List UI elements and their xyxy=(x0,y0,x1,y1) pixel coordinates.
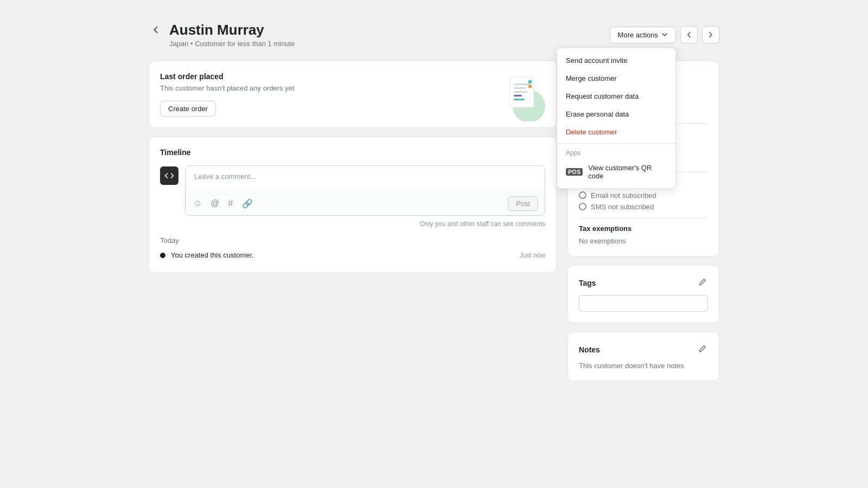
last-order-empty-text: This customer hasn't placed any orders y… xyxy=(160,84,294,92)
page-header: Austin Murray Japan • Customer for less … xyxy=(149,22,719,48)
comment-area: ☺ @ # 🔗 Post xyxy=(160,165,545,216)
dropdown-item-request-customer-data[interactable]: Request customer data xyxy=(557,87,675,105)
post-button[interactable]: Post xyxy=(508,196,538,211)
tags-card: Tags xyxy=(567,265,719,323)
svg-rect-6 xyxy=(514,99,525,100)
comment-hint: Only you and other staff can see comment… xyxy=(160,220,545,228)
dropdown-apps-label: Apps xyxy=(557,146,675,159)
title-block: Austin Murray Japan • Customer for less … xyxy=(169,22,295,48)
comment-input[interactable] xyxy=(186,166,545,190)
comment-box: ☺ @ # 🔗 Post xyxy=(185,165,545,216)
more-actions-dropdown: Send account invite Merge customer Reque… xyxy=(557,48,676,189)
marketing-sms: SMS not subscribed xyxy=(579,203,708,211)
timeline-date-label: Today xyxy=(160,236,545,245)
timeline-dot xyxy=(160,253,165,258)
notes-empty-text: This customer doesn't have notes xyxy=(579,362,708,370)
last-order-card: Last order placed This customer hasn't p… xyxy=(149,61,557,128)
dropdown-item-qr-code[interactable]: POS View customer's QR code xyxy=(557,159,675,185)
notes-header: Notes xyxy=(579,343,708,356)
order-illustration xyxy=(502,73,545,116)
svg-rect-5 xyxy=(514,95,522,97)
svg-rect-4 xyxy=(514,91,527,93)
comment-box-wrapper: ☺ @ # 🔗 Post xyxy=(185,165,545,216)
radio-sms xyxy=(579,203,586,210)
main-left: Last order placed This customer hasn't p… xyxy=(149,61,557,273)
create-order-button[interactable]: Create order xyxy=(160,101,216,117)
more-actions-button[interactable]: More actions xyxy=(610,27,676,43)
mention-icon[interactable]: @ xyxy=(209,197,220,210)
header-actions: More actions Send account invite xyxy=(610,26,719,43)
marketing-email: Email not subscribed xyxy=(579,191,708,200)
timeline-title: Timeline xyxy=(160,148,545,157)
dropdown-item-erase-personal-data[interactable]: Erase personal data xyxy=(557,105,675,123)
avatar xyxy=(160,166,178,185)
more-actions-label: More actions xyxy=(618,31,658,39)
emoji-icon[interactable]: ☺ xyxy=(192,197,203,210)
notes-title: Notes xyxy=(579,345,600,354)
dropdown-item-merge-customer[interactable]: Merge customer xyxy=(557,69,675,87)
svg-rect-7 xyxy=(528,80,532,84)
notes-card: Notes This customer doesn't have notes xyxy=(567,332,719,381)
comment-toolbar-icons: ☺ @ # 🔗 xyxy=(192,197,254,210)
divider-3 xyxy=(579,217,708,218)
radio-email xyxy=(579,191,586,199)
back-button[interactable] xyxy=(149,23,163,38)
tags-title: Tags xyxy=(579,279,596,287)
hashtag-icon[interactable]: # xyxy=(227,197,234,210)
tax-value: No exemptions xyxy=(579,237,708,245)
timeline-event-text: You created this customer. xyxy=(171,251,514,259)
last-order-title: Last order placed xyxy=(160,72,294,81)
prev-customer-button[interactable] xyxy=(680,26,698,43)
timeline-event-time: Just now xyxy=(520,252,545,259)
order-card-left: Last order placed This customer hasn't p… xyxy=(160,72,294,117)
tags-header: Tags xyxy=(579,277,708,290)
notes-edit-button[interactable] xyxy=(697,343,708,356)
dropdown-divider xyxy=(557,143,675,144)
svg-rect-2 xyxy=(514,84,529,85)
tax-section-title: Tax exemptions xyxy=(579,224,708,233)
dropdown-item-delete-customer[interactable]: Delete customer xyxy=(557,123,675,141)
timeline-card: Timeline ☺ xyxy=(149,137,557,273)
header-left: Austin Murray Japan • Customer for less … xyxy=(149,22,295,48)
tags-edit-button[interactable] xyxy=(697,277,708,290)
svg-rect-3 xyxy=(514,87,526,89)
link-icon[interactable]: 🔗 xyxy=(241,197,254,210)
timeline-event: You created this customer. Just now xyxy=(160,251,545,259)
svg-rect-8 xyxy=(528,85,532,88)
page-title: Austin Murray xyxy=(169,22,295,38)
tags-input[interactable] xyxy=(579,295,708,312)
timeline-events: Today You created this customer. Just no… xyxy=(160,236,545,259)
page-subtitle: Japan • Customer for less than 1 minute xyxy=(169,40,295,48)
next-customer-button[interactable] xyxy=(702,26,719,43)
comment-toolbar: ☺ @ # 🔗 Post xyxy=(186,191,545,215)
dropdown-item-send-account-invite[interactable]: Send account invite xyxy=(557,52,675,69)
